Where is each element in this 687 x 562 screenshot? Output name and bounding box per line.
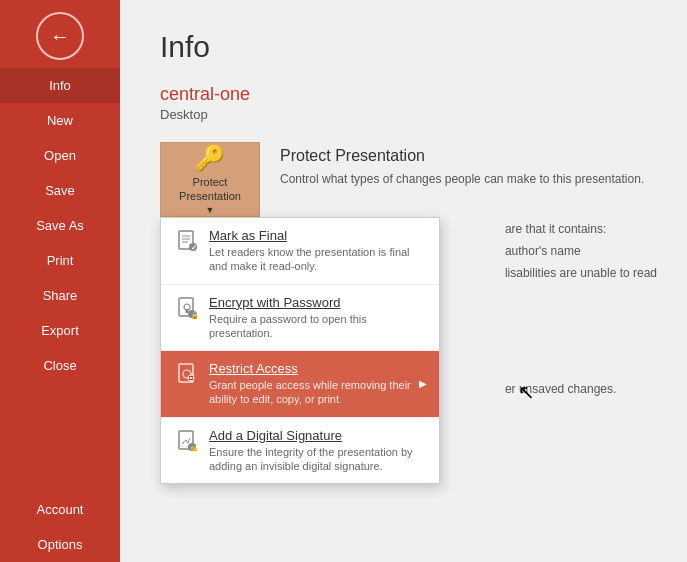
menu-item-encrypt-password[interactable]: 🔒 Encrypt with Password Require a passwo… (161, 285, 439, 352)
mark-final-icon: ✓ (173, 230, 201, 252)
svg-text:✓: ✓ (191, 244, 197, 251)
menu-item-digital-signature[interactable]: ✍ Add a Digital Signature Ensure the int… (161, 418, 439, 484)
encrypt-password-title: Encrypt with Password (209, 295, 427, 310)
right-info-line3: lisabilities are unable to read (505, 264, 657, 282)
sidebar-item-share[interactable]: Share (0, 278, 120, 313)
right-info-line1: are that it contains: (505, 220, 657, 238)
file-title: central-one (160, 84, 647, 105)
dropdown-arrow-icon: ▼ (206, 205, 215, 215)
page-title: Info (160, 30, 647, 64)
protect-button-label: ProtectPresentation (179, 176, 241, 202)
right-info-line2: author's name (505, 242, 657, 260)
svg-rect-8 (186, 309, 189, 313)
protect-dropdown-menu: ✓ Mark as Final Let readers know the pre… (160, 217, 440, 484)
back-icon: ← (50, 25, 70, 48)
sidebar-item-export[interactable]: Export (0, 313, 120, 348)
restrict-icon (173, 363, 201, 385)
protect-button-wrapper: 🔑 ProtectPresentation ▼ ✓ (160, 142, 260, 217)
digital-signature-title: Add a Digital Signature (209, 428, 427, 443)
restrict-access-title: Restrict Access (209, 361, 414, 376)
sidebar-item-print[interactable]: Print (0, 243, 120, 278)
key-icon: 🔑 (195, 144, 225, 172)
back-button[interactable]: ← (36, 12, 84, 60)
sidebar-item-save[interactable]: Save (0, 173, 120, 208)
svg-line-18 (188, 438, 190, 443)
protect-presentation-button[interactable]: 🔑 ProtectPresentation ▼ (160, 142, 260, 217)
right-info-line4: er unsaved changes. (505, 380, 657, 398)
menu-item-mark-as-final[interactable]: ✓ Mark as Final Let readers know the pre… (161, 218, 439, 285)
digital-signature-desc: Ensure the integrity of the presentation… (209, 445, 427, 474)
main-content: Info central-one Desktop 🔑 ProtectPresen… (120, 0, 687, 562)
svg-text:✍: ✍ (190, 443, 197, 452)
file-location: Desktop (160, 107, 647, 122)
submenu-arrow-icon: ▶ (419, 378, 427, 389)
protect-description: Control what types of changes people can… (280, 171, 644, 188)
sidebar-item-options[interactable]: Options (0, 527, 120, 562)
sidebar-item-close[interactable]: Close (0, 348, 120, 383)
sidebar-item-save-as[interactable]: Save As (0, 208, 120, 243)
encrypt-icon: 🔒 (173, 297, 201, 319)
encrypt-password-desc: Require a password to open this presenta… (209, 312, 427, 341)
right-info-panel: are that it contains: author's name lisa… (505, 220, 657, 402)
mark-as-final-desc: Let readers know the presentation is fin… (209, 245, 427, 274)
sidebar-item-open[interactable]: Open (0, 138, 120, 173)
sidebar-item-info[interactable]: Info (0, 68, 120, 103)
mark-as-final-title: Mark as Final (209, 228, 427, 243)
sidebar-item-new[interactable]: New (0, 103, 120, 138)
sidebar-spacer (0, 383, 120, 492)
mark-as-final-content: Mark as Final Let readers know the prese… (209, 228, 427, 274)
svg-line-16 (182, 440, 186, 444)
menu-item-restrict-access[interactable]: Restrict Access Grant people access whil… (161, 351, 439, 418)
digital-signature-icon: ✍ (173, 430, 201, 452)
protect-info-panel: Protect Presentation Control what types … (280, 142, 644, 188)
svg-text:🔒: 🔒 (190, 309, 198, 319)
restrict-access-content: Restrict Access Grant people access whil… (209, 361, 414, 407)
digital-signature-content: Add a Digital Signature Ensure the integ… (209, 428, 427, 474)
sidebar-item-account[interactable]: Account (0, 492, 120, 527)
protect-heading: Protect Presentation (280, 147, 644, 165)
sidebar: ← Info New Open Save Save As Print Share… (0, 0, 120, 562)
encrypt-password-content: Encrypt with Password Require a password… (209, 295, 427, 341)
protect-area: 🔑 ProtectPresentation ▼ ✓ (160, 142, 647, 217)
restrict-access-desc: Grant people access while removing their… (209, 378, 414, 407)
